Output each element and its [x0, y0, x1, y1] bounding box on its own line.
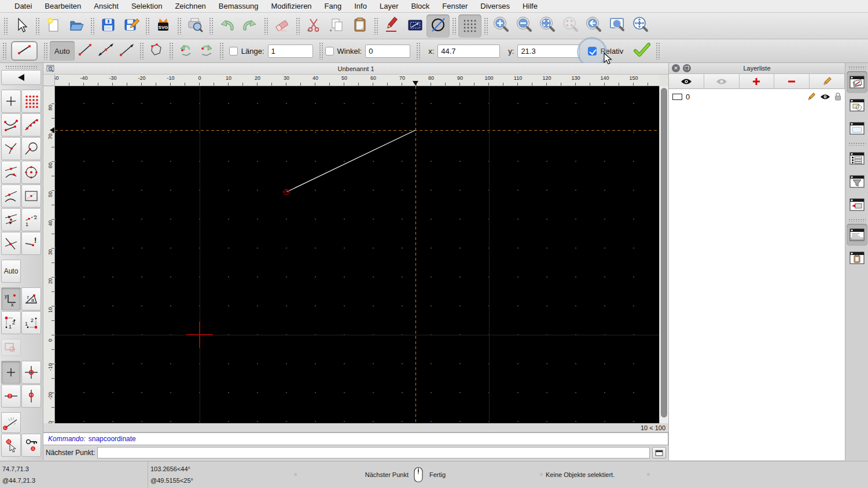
hide-all-layers-button[interactable]	[704, 74, 740, 88]
undo-button[interactable]	[215, 14, 238, 38]
pan-zoom-button[interactable]	[629, 14, 652, 38]
line-ray-mode-button[interactable]	[116, 41, 137, 61]
new-document-button[interactable]	[42, 14, 65, 38]
save-as-button[interactable]	[120, 14, 143, 38]
corner-first-button[interactable]: 12	[1, 311, 21, 334]
menu-ansicht[interactable]: Ansicht	[87, 2, 125, 10]
laenge-checkbox[interactable]	[229, 47, 238, 56]
x-input[interactable]	[437, 45, 500, 58]
panel-close-icon[interactable]: ✕	[672, 64, 680, 72]
snap-center-button[interactable]	[21, 161, 41, 184]
select-pointer-button[interactable]	[10, 14, 33, 38]
snap-tangent-button[interactable]	[21, 137, 41, 160]
drawing-canvas[interactable]	[55, 86, 659, 423]
menu-fenster[interactable]: Fenster	[436, 2, 474, 10]
show-all-layers-button[interactable]	[669, 74, 704, 88]
palette-back-button[interactable]	[1, 70, 41, 85]
zoom-auto-button[interactable]	[536, 14, 560, 38]
toolbar-grip[interactable]	[35, 17, 39, 35]
vertical-scrollbar[interactable]	[659, 86, 668, 423]
toolbar-grip[interactable]	[209, 17, 213, 35]
zoom-selection-button[interactable]	[560, 14, 583, 38]
menu-selektion[interactable]: Selektion	[125, 2, 168, 10]
menu-datei[interactable]: Datei	[8, 2, 38, 10]
print-preview-button[interactable]	[183, 14, 207, 38]
menu-info[interactable]: Info	[348, 2, 373, 10]
active-tool-indicator[interactable]	[11, 41, 38, 61]
toolbar-grip[interactable]	[219, 42, 223, 60]
dock-entity-list-button[interactable]	[847, 147, 867, 169]
coordinate-polar-button[interactable]: ra	[21, 287, 41, 310]
layer-row[interactable]: 0	[672, 91, 841, 102]
command-input[interactable]	[97, 447, 650, 459]
dock-layer-list-button[interactable]	[847, 71, 867, 93]
toolbar-grip[interactable]	[656, 42, 660, 60]
laenge-input[interactable]	[268, 45, 313, 58]
zoom-window-button[interactable]	[606, 14, 629, 38]
paste-button[interactable]	[348, 14, 372, 38]
restrict-orthogonal-button[interactable]	[21, 361, 41, 384]
menu-hilfe[interactable]: Hilfe	[516, 2, 544, 10]
panel-float-icon[interactable]: ❐	[683, 64, 691, 72]
menu-block[interactable]: Block	[404, 2, 436, 10]
snap-intersection-manual-button[interactable]: !	[21, 232, 41, 255]
snap-endpoint-button[interactable]	[1, 113, 21, 136]
winkel-input[interactable]	[365, 45, 410, 58]
snap-perpendicular-button[interactable]	[1, 137, 21, 160]
menu-bearbeiten[interactable]: Bearbeiten	[38, 2, 87, 10]
undo-segment-button[interactable]	[175, 41, 196, 61]
lock-relative-zero-button[interactable]	[21, 434, 41, 457]
dock-command-prompt-button[interactable]	[847, 194, 867, 216]
dock-clipboard-button[interactable]	[847, 247, 867, 269]
selection-window-button[interactable]	[403, 14, 426, 38]
edit-layer-button[interactable]	[810, 74, 845, 88]
line-both-directions-button[interactable]	[95, 41, 116, 61]
menu-modifizieren[interactable]: Modifizieren	[265, 2, 318, 10]
snap-auto-button[interactable]: Auto	[1, 260, 21, 283]
zoom-out-button[interactable]	[513, 14, 536, 38]
toolbar-grip[interactable]	[848, 66, 866, 69]
snap-free-button[interactable]	[1, 90, 21, 113]
coordinate-cartesian-button[interactable]: yx	[1, 287, 21, 310]
restrict-vertical-button[interactable]	[21, 385, 41, 408]
snap-middle-button[interactable]	[1, 161, 21, 184]
snap-intersection-button[interactable]	[1, 232, 21, 255]
snap-nearest-button[interactable]	[1, 184, 21, 208]
snap-grid-button[interactable]	[21, 90, 41, 113]
remove-layer-button[interactable]	[774, 74, 810, 88]
line-auto-mode-button[interactable]: Auto	[50, 41, 75, 61]
winkel-checkbox[interactable]	[325, 47, 334, 56]
menu-fang[interactable]: Fang	[318, 2, 348, 10]
toolbar-grip[interactable]	[319, 42, 323, 60]
toolbar-grip[interactable]	[145, 17, 149, 35]
redo-button[interactable]	[238, 14, 262, 38]
toolbar-grip[interactable]	[177, 17, 181, 35]
svg-export-button[interactable]: SVG	[152, 14, 175, 38]
cut-button[interactable]: +	[302, 14, 325, 38]
copy-button[interactable]: +	[325, 14, 348, 38]
close-polyline-button[interactable]	[146, 41, 167, 61]
confirm-button[interactable]	[631, 41, 652, 61]
toolbar-grip[interactable]	[2, 42, 6, 60]
toolbar-grip[interactable]	[139, 42, 144, 60]
dock-command-widget-button[interactable]	[847, 224, 867, 246]
edit-pencil-button[interactable]	[380, 14, 403, 38]
grid-toggle-button[interactable]	[458, 14, 481, 38]
menu-layer[interactable]: Layer	[373, 2, 405, 10]
dock-filter-button[interactable]	[847, 171, 867, 193]
zoom-in-button[interactable]	[490, 14, 513, 38]
toolbar-grip[interactable]	[452, 17, 456, 35]
line-segment-mode-button[interactable]	[75, 41, 95, 61]
dock-library-browser-button[interactable]	[847, 117, 867, 139]
menu-zeichnen[interactable]: Zeichnen	[168, 2, 212, 10]
toolbar-grip[interactable]	[43, 42, 47, 60]
restrict-horizontal-button[interactable]	[1, 385, 21, 408]
snap-on-entity-button[interactable]	[21, 113, 41, 136]
command-detach-button[interactable]	[652, 447, 666, 459]
toolbar-grip[interactable]	[169, 42, 173, 60]
set-relative-zero-button[interactable]	[1, 434, 21, 457]
document-titlebar[interactable]: Unbenannt 1	[43, 63, 668, 75]
menu-bemassung[interactable]: Bemassung	[212, 2, 265, 10]
add-layer-button[interactable]	[740, 74, 775, 88]
layer-color-swatch[interactable]	[672, 94, 682, 100]
